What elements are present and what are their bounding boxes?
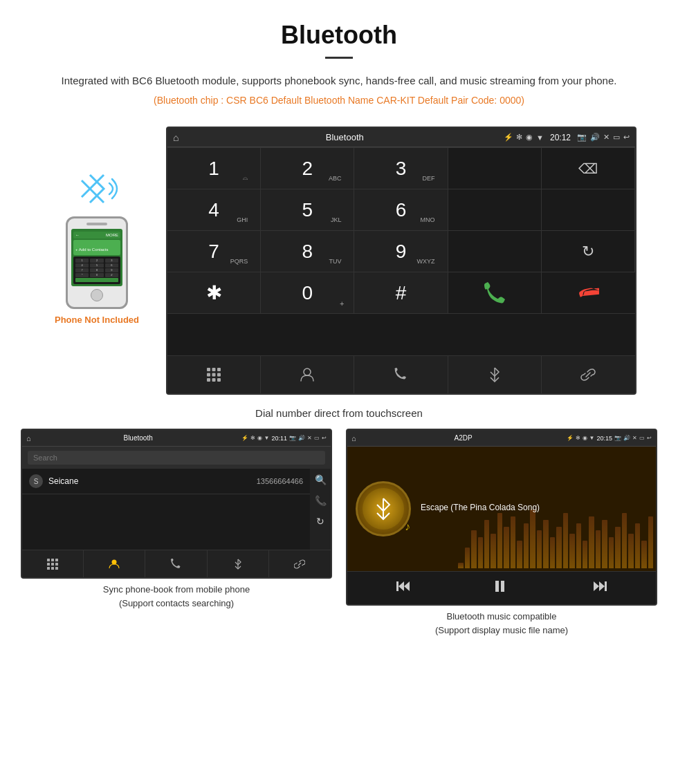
a2dp-signal-icon: ▼ xyxy=(589,435,595,441)
head-unit-dialer-screen: ⌂ Bluetooth ⚡ ✻ ◉ ▼ 20:12 📷 🔊 ✕ ▭ ↩ xyxy=(166,127,636,395)
phone-speaker xyxy=(86,223,107,225)
music-screen: ⌂ A2DP ⚡ ✻ ◉ ▼ 20:15 📷 🔊 ✕ ▭ ↩ xyxy=(346,429,657,606)
a2dp-usb-icon: ⚡ xyxy=(567,435,574,441)
dial-key-0[interactable]: 0 + xyxy=(261,272,354,314)
eq-bar xyxy=(504,527,508,568)
pb-bottom-nav xyxy=(22,550,331,577)
svg-rect-26 xyxy=(396,581,398,591)
pb-screen-icon: ▭ xyxy=(314,435,320,441)
hu-btn-link[interactable] xyxy=(542,356,635,393)
svg-rect-29 xyxy=(501,581,504,592)
eq-bar xyxy=(622,513,627,568)
camera-icon: 📷 xyxy=(577,133,587,142)
a2dp-song-title: Escape (The Pina Colada Song) xyxy=(421,503,648,512)
a2dp-playpause-button[interactable] xyxy=(494,579,509,597)
dial-key-call-red[interactable] xyxy=(542,272,635,314)
eq-bar xyxy=(484,520,489,568)
a2dp-bt-icon: ✻ xyxy=(576,435,580,441)
dial-key-5[interactable]: 5 JKL xyxy=(261,189,354,231)
pb-phone-side-icon[interactable]: 📞 xyxy=(315,495,327,506)
pb-btn-link[interactable] xyxy=(269,550,331,577)
a2dp-home-icon[interactable]: ⌂ xyxy=(351,434,356,442)
a2dp-next-button[interactable] xyxy=(592,579,607,597)
pb-clock: 20:11 xyxy=(271,435,287,442)
hu-btn-phone[interactable] xyxy=(354,356,448,393)
svg-rect-20 xyxy=(51,567,54,570)
contacts-icon xyxy=(300,367,315,382)
dial-key-redial[interactable]: ↻ xyxy=(542,231,635,272)
eq-bar xyxy=(628,534,633,568)
svg-rect-14 xyxy=(51,559,54,561)
a2dp-x-icon: ✕ xyxy=(632,435,637,441)
dial-key-8[interactable]: 8 TUV xyxy=(261,231,354,272)
eq-bar xyxy=(635,523,640,568)
hu-home-icon[interactable]: ⌂ xyxy=(173,132,178,143)
pb-search-side-icon[interactable]: 🔍 xyxy=(315,474,327,485)
svg-rect-21 xyxy=(55,567,58,570)
bluetooth-status-icon: ✻ xyxy=(516,133,522,142)
pb-empty-space xyxy=(22,494,310,550)
eq-bar xyxy=(537,530,542,568)
main-screen-section: ← MORE + Add to Contacts 1 2 3 xyxy=(0,127,678,395)
pb-refresh-side-icon[interactable]: ↻ xyxy=(316,516,324,527)
signal-icon: ▼ xyxy=(536,133,544,142)
a2dp-screen-icon: ▭ xyxy=(639,435,645,441)
dial-key-2[interactable]: 2 ABC xyxy=(261,148,354,189)
pb-btn-bt[interactable] xyxy=(208,550,269,577)
phone-mockup-area: ← MORE + Add to Contacts 1 2 3 xyxy=(42,127,152,325)
hu-status-bar: ⌂ Bluetooth ⚡ ✻ ◉ ▼ 20:12 📷 🔊 ✕ ▭ ↩ xyxy=(167,128,635,147)
bluetooth-signal-icon xyxy=(69,168,125,209)
dial-key-7[interactable]: 7 PQRS xyxy=(167,231,261,272)
svg-rect-3 xyxy=(212,368,216,371)
phone-icon xyxy=(393,367,408,382)
svg-point-11 xyxy=(304,368,311,375)
pb-contact-row-seicane[interactable]: S Seicane 13566664466 xyxy=(22,469,310,494)
svg-rect-2 xyxy=(207,368,210,371)
dial-key-hash[interactable]: # xyxy=(354,272,448,314)
phone-home-button[interactable] xyxy=(91,289,103,301)
svg-rect-28 xyxy=(495,581,499,592)
pb-btn-phone[interactable] xyxy=(145,550,207,577)
dial-key-backspace[interactable]: ⌫ xyxy=(542,148,635,189)
dial-key-4[interactable]: 4 GHI xyxy=(167,189,261,231)
a2dp-album-art: ♪ xyxy=(356,481,411,536)
dial-key-3[interactable]: 3 DEF xyxy=(354,148,448,189)
location-icon: ◉ xyxy=(526,133,533,142)
playpause-icon xyxy=(494,579,509,594)
dial-key-call-green[interactable] xyxy=(448,272,542,314)
pb-contact-avatar: S xyxy=(29,474,43,488)
pb-sidebar-icons: 🔍 📞 ↻ xyxy=(310,469,331,550)
pb-phone-icon xyxy=(170,559,181,570)
dial-key-6[interactable]: 6 MNO xyxy=(354,189,448,231)
eq-bar xyxy=(589,516,594,568)
a2dp-vol-icon: 🔊 xyxy=(623,435,630,441)
hu-btn-bluetooth[interactable] xyxy=(448,356,542,393)
back-icon: ↩ xyxy=(623,133,630,142)
a2dp-loc-icon: ◉ xyxy=(583,435,587,441)
eq-bar xyxy=(641,541,646,568)
hu-btn-contacts[interactable] xyxy=(261,356,354,393)
dial-empty-1 xyxy=(448,189,542,231)
pb-btn-contacts-active[interactable] xyxy=(84,550,145,577)
pb-search-input[interactable] xyxy=(28,451,325,465)
svg-rect-9 xyxy=(212,378,216,382)
dial-key-star[interactable]: ✱ xyxy=(167,272,261,314)
music-caption: Bluetooth music compatible(Support displ… xyxy=(428,606,575,641)
eq-bar xyxy=(465,548,470,568)
volume-icon: 🔊 xyxy=(590,133,600,142)
pb-home-icon[interactable]: ⌂ xyxy=(26,434,31,442)
pb-contact-number: 13566664466 xyxy=(257,477,303,485)
svg-marker-30 xyxy=(594,581,599,591)
svg-line-1 xyxy=(82,189,90,197)
page-title: Bluetooth xyxy=(42,21,636,50)
dial-key-9[interactable]: 9 WXYZ xyxy=(354,231,448,272)
a2dp-prev-button[interactable] xyxy=(396,579,411,597)
next-icon xyxy=(592,579,607,594)
dial-key-1[interactable]: 1 ⌓ xyxy=(167,148,261,189)
a2dp-clock: 20:15 xyxy=(596,435,612,442)
pb-btn-keypad[interactable] xyxy=(22,550,84,577)
pb-screen-title: Bluetooth xyxy=(35,434,241,442)
bluetooth-music-icon xyxy=(372,497,395,521)
screen-icon: ▭ xyxy=(613,133,620,142)
hu-btn-keypad[interactable] xyxy=(167,356,261,393)
